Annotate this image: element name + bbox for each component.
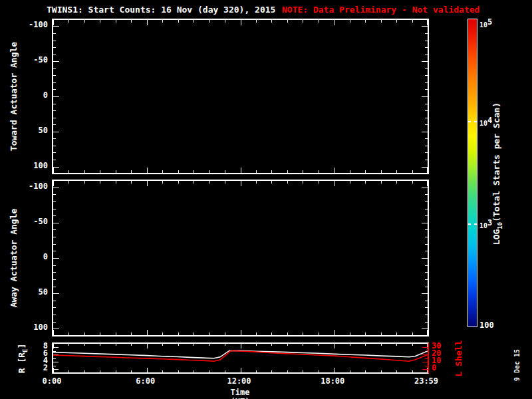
x-tick (256, 170, 257, 173)
y-tick (53, 229, 56, 230)
y-tick (422, 96, 428, 97)
x-tick (271, 20, 272, 23)
x-tick (53, 168, 54, 173)
y-tick-label: -50 (1, 217, 48, 226)
x-tick (53, 181, 54, 186)
y-tick (425, 33, 428, 34)
y-tick (425, 287, 428, 287)
x-tick (271, 170, 272, 173)
y-tick-label: 50 (1, 287, 48, 297)
x-tick (53, 20, 54, 25)
y-tick-label: 2 (1, 363, 48, 372)
x-tick (381, 332, 382, 335)
y-tick (422, 167, 428, 168)
x-tick (365, 20, 366, 23)
x-tick (68, 20, 69, 23)
y-tick (53, 188, 59, 188)
y-tick (53, 251, 56, 251)
x-tick-label: 6:00 (126, 376, 166, 386)
x-tick (116, 181, 116, 184)
y-tick (53, 26, 59, 27)
x-tick (162, 20, 163, 23)
x-tick (271, 181, 272, 184)
y-tick (53, 287, 56, 287)
y-tick (53, 329, 59, 329)
y-tick (53, 104, 56, 104)
x-tick (396, 20, 397, 23)
y-tick (53, 272, 56, 273)
y-tick (53, 89, 56, 90)
orbit-lines (53, 344, 428, 372)
y-tick (53, 146, 56, 146)
y-tick (53, 132, 59, 132)
y-tick (422, 293, 428, 294)
x-tick (178, 20, 179, 23)
x-tick (100, 20, 100, 23)
y-tick (53, 265, 56, 266)
y-tick (425, 138, 428, 139)
x-tick (68, 332, 69, 335)
x-tick (350, 332, 350, 335)
y-tick (425, 89, 428, 90)
y-tick (425, 55, 428, 55)
x-tick (241, 181, 241, 186)
x-tick-label: 18:00 (313, 376, 352, 386)
twins-plot-canvas: TWINS1: Start Counts: 16 Nov (day 320), … (0, 0, 532, 399)
y-tick (425, 279, 428, 280)
colorbar-tick-label: 103 (479, 218, 492, 229)
away-spectrogram-panel (52, 180, 429, 336)
y-tick (425, 237, 428, 237)
x-tick (178, 332, 179, 335)
x-tick (131, 181, 132, 184)
x-tick (334, 168, 334, 173)
x-tick (427, 20, 428, 25)
y-tick (53, 55, 56, 55)
x-tick (365, 332, 366, 335)
colorbar-tick (468, 223, 471, 225)
y-tick (425, 82, 428, 83)
y-tick (53, 215, 56, 216)
x-tick (396, 181, 397, 184)
x-tick (427, 181, 428, 186)
y-tick (53, 124, 56, 125)
y-tick (425, 75, 428, 76)
x-tick (319, 20, 319, 23)
x-tick (350, 170, 350, 173)
x-tick (412, 20, 413, 23)
plot-title: TWINS1: Start Counts: 16 Nov (day 320), … (47, 5, 275, 15)
y-tick (422, 26, 428, 27)
x-tick (365, 181, 366, 184)
x-tick (225, 20, 225, 23)
y-tick (422, 132, 428, 132)
y-tick (425, 160, 428, 160)
x-tick (162, 181, 163, 184)
y-tick (425, 315, 428, 315)
y-tick (422, 61, 428, 62)
x-tick (147, 330, 148, 335)
x-tick (147, 168, 148, 173)
y-tick (425, 47, 428, 48)
colorbar-tick-label: 105 (479, 17, 492, 29)
y-tick (425, 110, 428, 111)
y-tick (53, 322, 56, 323)
x-tick (381, 170, 382, 173)
y-tick (53, 118, 56, 118)
x-tick (178, 181, 179, 184)
y-tick-label: 0 (432, 363, 458, 372)
x-tick (271, 332, 272, 335)
y-tick (425, 41, 428, 41)
x-tick (100, 181, 100, 184)
datestamp: 9 Dec 15 (513, 349, 521, 381)
x-tick (131, 332, 132, 335)
x-tick (365, 170, 366, 173)
y-tick (425, 251, 428, 251)
x-tick (241, 168, 241, 173)
y-tick (53, 258, 59, 259)
x-tick (381, 20, 382, 23)
x-tick (412, 170, 413, 173)
y-tick (53, 75, 56, 76)
colorbar-tick-label: 100 (479, 321, 494, 330)
y-tick (425, 322, 428, 323)
y-tick (425, 265, 428, 266)
y-tick (53, 279, 56, 280)
